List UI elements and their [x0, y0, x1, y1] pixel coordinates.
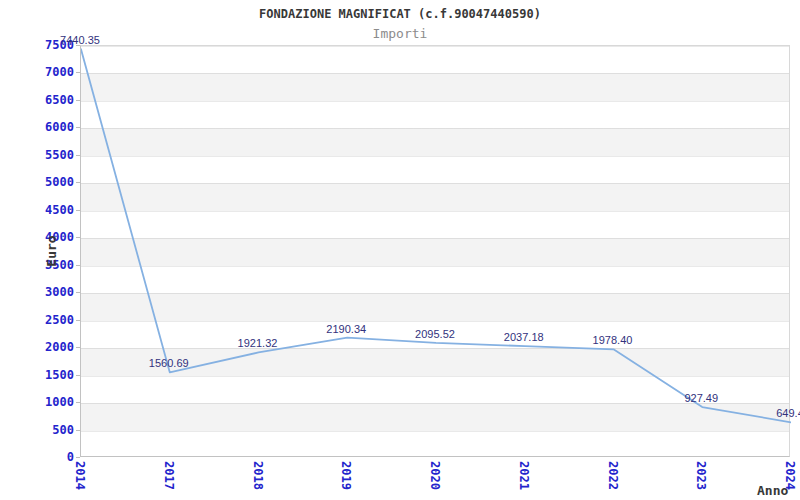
chart-subtitle: Importi: [0, 26, 800, 41]
y-tick-mark: [76, 100, 80, 101]
chart-title: FONDAZIONE MAGNIFICAT (c.f.90047440590): [0, 7, 800, 21]
y-tick-mark: [76, 155, 80, 156]
y-tick-label: 2500: [0, 313, 74, 327]
x-tick-label: 2018: [251, 461, 265, 490]
y-tick-label: 2000: [0, 340, 74, 354]
value-label: 2037.18: [504, 331, 544, 344]
y-tick-mark: [76, 237, 80, 238]
y-tick-label: 5000: [0, 175, 74, 189]
x-tick-label: 2014: [73, 461, 87, 490]
y-tick-mark: [76, 375, 80, 376]
y-tick-label: 3500: [0, 258, 74, 272]
y-tick-label: 1500: [0, 368, 74, 382]
y-tick-label: 6500: [0, 93, 74, 107]
y-tick-label: 5500: [0, 148, 74, 162]
line-chart: FONDAZIONE MAGNIFICAT (c.f.90047440590) …: [0, 0, 800, 500]
value-label: 7440.35: [60, 34, 100, 47]
x-tick-label: 2023: [694, 461, 708, 490]
y-tick-label: 4500: [0, 203, 74, 217]
value-label: 927.49: [684, 392, 718, 405]
y-tick-mark: [76, 430, 80, 431]
x-axis-title: Anno: [757, 483, 788, 498]
value-label: 1921.32: [238, 337, 278, 350]
y-tick-mark: [76, 127, 80, 128]
y-tick-mark: [76, 210, 80, 211]
y-tick-label: 0: [0, 450, 74, 464]
value-label: 649.4: [776, 407, 800, 420]
y-tick-label: 6000: [0, 120, 74, 134]
y-tick-mark: [76, 182, 80, 183]
x-tick-label: 2021: [517, 461, 531, 490]
x-tick-label: 2022: [606, 461, 620, 490]
y-tick-mark: [76, 402, 80, 403]
value-label: 2190.34: [326, 323, 366, 336]
y-axis-title: Euro: [44, 235, 59, 266]
y-tick-mark: [76, 320, 80, 321]
y-tick-mark: [76, 457, 80, 458]
y-tick-label: 3000: [0, 285, 74, 299]
value-label: 2095.52: [415, 328, 455, 341]
value-label: 1978.40: [593, 334, 633, 347]
y-tick-label: 4000: [0, 230, 74, 244]
x-tick-label: 2017: [162, 461, 176, 490]
y-tick-mark: [76, 265, 80, 266]
y-tick-label: 500: [0, 423, 74, 437]
y-tick-mark: [76, 72, 80, 73]
x-tick-label: 2019: [339, 461, 353, 490]
y-tick-label: 7000: [0, 65, 74, 79]
y-tick-mark: [76, 292, 80, 293]
value-label: 1560.69: [149, 357, 189, 370]
x-tick-label: 2020: [428, 461, 442, 490]
y-tick-mark: [76, 347, 80, 348]
y-tick-label: 1000: [0, 395, 74, 409]
